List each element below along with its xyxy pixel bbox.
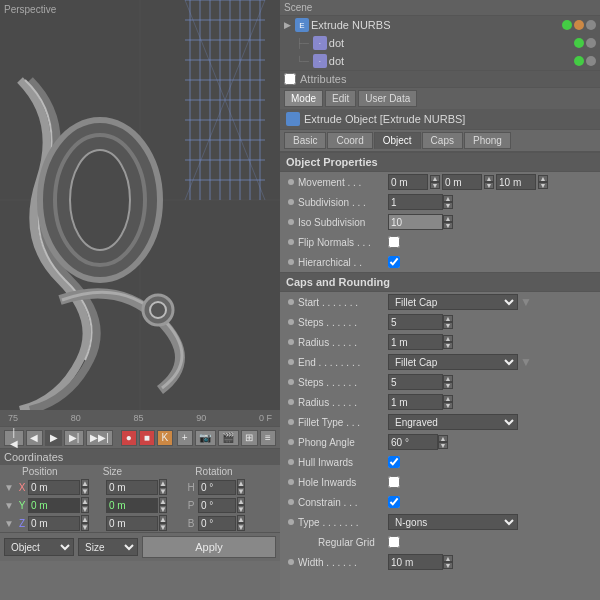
object-dropdown[interactable]: Object (4, 538, 74, 556)
tab-coord[interactable]: Coord (327, 132, 372, 149)
tab-object[interactable]: Object (374, 132, 421, 149)
movement-z-input[interactable] (496, 174, 536, 190)
mov-x-down[interactable]: ▼ (430, 182, 440, 189)
attributes-checkbox[interactable] (284, 73, 296, 85)
pos-x-down[interactable]: ▼ (81, 487, 89, 495)
movement-x-input[interactable] (388, 174, 428, 190)
movement-y-input[interactable] (442, 174, 482, 190)
vp-prev-btn[interactable]: ◀ (26, 430, 43, 446)
width-up[interactable]: ▲ (443, 555, 453, 562)
tree-row-dot1[interactable]: ├─ · dot (280, 34, 600, 52)
tl-mark-90: 90 (196, 413, 206, 423)
end-dropdown[interactable]: Fillet Cap (388, 354, 518, 370)
size-dropdown[interactable]: Size (78, 538, 138, 556)
type-dropdown[interactable]: N-gons (388, 514, 518, 530)
vp-stop-btn[interactable]: ■ (139, 430, 155, 446)
radius2-input[interactable] (388, 394, 443, 410)
steps1-up[interactable]: ▲ (443, 315, 453, 322)
tab-caps[interactable]: Caps (422, 132, 463, 149)
steps2-input[interactable] (388, 374, 443, 390)
tab-edit[interactable]: Edit (325, 90, 356, 107)
end-label: End . . . . . . . . (298, 357, 388, 368)
iso-subdiv-up[interactable]: ▲ (443, 215, 453, 222)
steps2-down[interactable]: ▼ (443, 382, 453, 389)
phong-up[interactable]: ▲ (438, 435, 448, 442)
rot-p-input[interactable] (198, 498, 236, 513)
hierarchical-checkbox[interactable] (388, 256, 400, 268)
pos-z-input[interactable] (28, 516, 80, 531)
hole-inwards-dot (288, 479, 294, 485)
mov-x-up[interactable]: ▲ (430, 175, 440, 182)
vp-grid-btn[interactable]: ⊞ (241, 430, 258, 446)
vp-next-btn[interactable]: ▶| (64, 430, 84, 446)
dot1-status (574, 38, 596, 48)
vp-key-btn[interactable]: K (157, 430, 173, 446)
rot-p-down[interactable]: ▼ (237, 505, 245, 513)
tree-expand-extrude[interactable]: ▶ (284, 20, 291, 30)
phong-angle-input[interactable] (388, 434, 438, 450)
rot-b-input[interactable] (198, 516, 236, 531)
fillet-type-dropdown[interactable]: Engraved (388, 414, 518, 430)
constrain-checkbox[interactable] (388, 496, 400, 508)
vp-start-btn[interactable]: |◀ (4, 430, 24, 446)
size-y-input[interactable] (106, 498, 158, 513)
rot-h-down[interactable]: ▼ (237, 487, 245, 495)
size-x-down[interactable]: ▼ (159, 487, 167, 495)
apply-button[interactable]: Apply (142, 536, 276, 558)
radius2-up[interactable]: ▲ (443, 395, 453, 402)
radius2-down[interactable]: ▼ (443, 402, 453, 409)
subdivision-input[interactable] (388, 194, 443, 210)
flip-normals-checkbox[interactable] (388, 236, 400, 248)
tree-row-extrude[interactable]: ▶ E Extrude NURBS (280, 16, 600, 34)
tree-row-dot2[interactable]: └─ · dot (280, 52, 600, 70)
mov-z-up[interactable]: ▲ (538, 175, 548, 182)
size-y-down[interactable]: ▼ (159, 505, 167, 513)
pos-y-down[interactable]: ▼ (81, 505, 89, 513)
extrude-status (562, 20, 596, 30)
iso-subdiv-down[interactable]: ▼ (443, 222, 453, 229)
hole-inwards-checkbox[interactable] (388, 476, 400, 488)
vp-add-btn[interactable]: + (177, 430, 193, 446)
start-dropdown[interactable]: Fillet Cap (388, 294, 518, 310)
steps1-down[interactable]: ▼ (443, 322, 453, 329)
pos-y-input[interactable] (28, 498, 80, 513)
pos-x-input[interactable] (28, 480, 80, 495)
steps2-up[interactable]: ▲ (443, 375, 453, 382)
rot-h-input[interactable] (198, 480, 236, 495)
width-input[interactable] (388, 554, 443, 570)
radius1-down[interactable]: ▼ (443, 342, 453, 349)
rot-b-down[interactable]: ▼ (237, 523, 245, 531)
flip-normals-row: Flip Normals . . . (280, 232, 600, 252)
hull-inwards-checkbox[interactable] (388, 456, 400, 468)
regular-grid-checkbox[interactable] (388, 536, 400, 548)
size-x-input[interactable] (106, 480, 158, 495)
x-axis-icon: ▼ (4, 482, 16, 493)
mov-y-down[interactable]: ▼ (484, 182, 494, 189)
tab-mode[interactable]: Mode (284, 90, 323, 107)
tab-phong[interactable]: Phong (464, 132, 511, 149)
radius1-up[interactable]: ▲ (443, 335, 453, 342)
subdiv-down[interactable]: ▼ (443, 202, 453, 209)
pos-z-down[interactable]: ▼ (81, 523, 89, 531)
iso-subdivision-input[interactable] (388, 214, 443, 230)
phong-down[interactable]: ▼ (438, 442, 448, 449)
props-scroll[interactable]: Object Properties Movement . . . ▲ ▼ ▲ ▼ (280, 152, 600, 600)
subdiv-up[interactable]: ▲ (443, 195, 453, 202)
vp-rec-btn[interactable]: ● (121, 430, 137, 446)
vp-render-btn[interactable]: 🎬 (218, 430, 239, 446)
mov-z-down[interactable]: ▼ (538, 182, 548, 189)
size-z-input[interactable] (106, 516, 158, 531)
mov-y-up[interactable]: ▲ (484, 175, 494, 182)
viewport-canvas[interactable]: Perspective (0, 0, 280, 410)
steps1-input[interactable] (388, 314, 443, 330)
vp-end-btn[interactable]: ▶▶| (86, 430, 113, 446)
vp-more-btn[interactable]: ≡ (260, 430, 276, 446)
width-down[interactable]: ▼ (443, 562, 453, 569)
radius1-input[interactable] (388, 334, 443, 350)
vp-play-btn[interactable]: ▶ (45, 430, 62, 446)
size-z-down[interactable]: ▼ (159, 523, 167, 531)
tab-user-data[interactable]: User Data (358, 90, 417, 107)
z-axis-icon: ▼ (4, 518, 16, 529)
tab-basic[interactable]: Basic (284, 132, 326, 149)
vp-camera-btn[interactable]: 📷 (195, 430, 216, 446)
